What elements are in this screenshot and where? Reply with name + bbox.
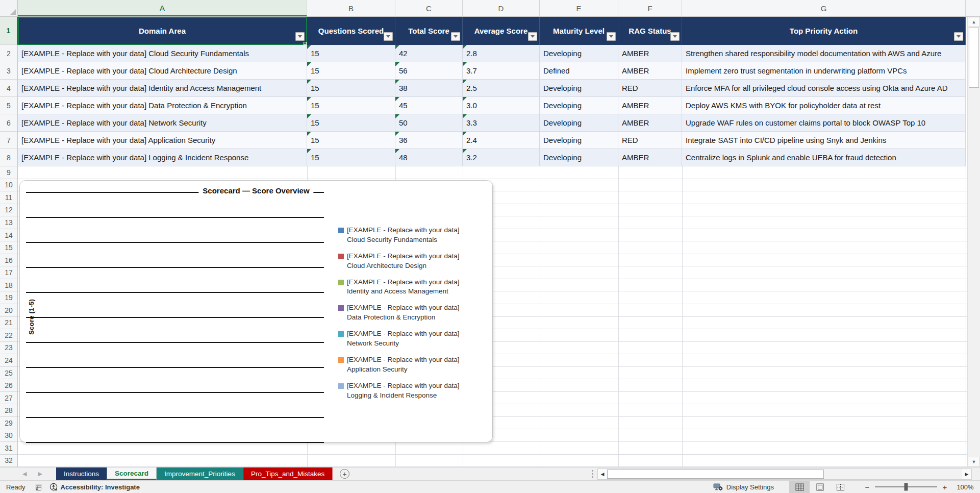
view-page-break-button[interactable]	[830, 481, 850, 493]
cell-rag-status[interactable]: RED	[618, 132, 682, 149]
row-number-8[interactable]: 8	[0, 149, 17, 166]
cell-rag-status[interactable]: RED	[618, 80, 682, 97]
cell-total-score[interactable]: 56	[395, 62, 463, 80]
sheet-tab[interactable]: Scorecard	[107, 467, 157, 480]
row-number-4[interactable]: 4	[0, 80, 17, 97]
row-number-2[interactable]: 2	[0, 45, 17, 62]
filter-button[interactable]	[528, 32, 537, 41]
cell-maturity-level[interactable]: Developing	[540, 45, 618, 62]
cell-maturity-level[interactable]: Developing	[540, 149, 618, 166]
row-number-21[interactable]: 21	[0, 317, 17, 330]
cell-questions-scored[interactable]: 15	[307, 62, 395, 80]
scroll-right-button[interactable]: ▶	[962, 469, 971, 479]
view-normal-button[interactable]	[789, 481, 810, 493]
zoom-out-button[interactable]: −	[862, 483, 873, 491]
cell-questions-scored[interactable]: 15	[307, 149, 395, 166]
horizontal-scroll-thumb[interactable]	[607, 470, 824, 479]
row-number-23[interactable]: 23	[0, 342, 17, 355]
cell-maturity-level[interactable]: Defined	[540, 62, 618, 80]
cell-average-score[interactable]: 2.4	[463, 132, 540, 149]
row-number-15[interactable]: 15	[0, 241, 17, 254]
scroll-down-button[interactable]: ▼	[968, 457, 980, 467]
sheet-tab[interactable]: Pro_Tips_and_Mistakes	[243, 467, 333, 480]
row-number-29[interactable]: 29	[0, 417, 17, 430]
cell-maturity-level[interactable]: Developing	[540, 97, 618, 114]
sheet-tab[interactable]: Improvement_Priorities	[157, 467, 243, 480]
legend-item[interactable]: [EXAMPLE - Replace with your data] Data …	[338, 303, 490, 323]
header-cell-total-score[interactable]: Total Score	[395, 17, 463, 45]
cell-domain-area[interactable]: [EXAMPLE - Replace with your data] Netwo…	[18, 114, 307, 132]
cell-questions-scored[interactable]: 15	[307, 132, 395, 149]
header-cell-questions-scored[interactable]: Questions Scored	[307, 17, 395, 45]
cell-total-score[interactable]: 45	[395, 97, 463, 114]
new-sheet-button[interactable]: +	[340, 469, 349, 479]
header-cell-average-score[interactable]: Average Score	[463, 17, 540, 45]
row-number-18[interactable]: 18	[0, 279, 17, 292]
cell-rag-status[interactable]: AMBER	[618, 97, 682, 114]
display-settings-button[interactable]: Display Settings	[713, 483, 774, 491]
row-number-32[interactable]: 32	[0, 455, 17, 467]
row-number-13[interactable]: 13	[0, 216, 17, 229]
horizontal-scrollbar[interactable]: ◀ ▶	[597, 469, 972, 480]
scrollbar-resize-grip[interactable]	[592, 467, 593, 480]
row-number-9[interactable]: 9	[0, 166, 17, 179]
cell-maturity-level[interactable]: Developing	[540, 80, 618, 97]
header-cell-domain-area[interactable]: Domain Area	[18, 17, 307, 45]
row-number-7[interactable]: 7	[0, 132, 17, 149]
scroll-left-button[interactable]: ◀	[598, 469, 607, 479]
cell-top-priority-action[interactable]: Implement zero trust segmentation in und…	[682, 62, 966, 80]
row-number-28[interactable]: 28	[0, 404, 17, 417]
cell-average-score[interactable]: 2.5	[463, 80, 540, 97]
cell-maturity-level[interactable]: Developing	[540, 132, 618, 149]
view-page-layout-button[interactable]	[810, 481, 830, 493]
cell-rag-status[interactable]: AMBER	[618, 62, 682, 80]
cell-domain-area[interactable]: [EXAMPLE - Replace with your data] Appli…	[18, 132, 307, 149]
empty-row[interactable]	[18, 442, 967, 455]
column-header-b[interactable]: B	[307, 0, 395, 16]
zoom-slider-handle[interactable]	[904, 483, 908, 491]
row-number-22[interactable]: 22	[0, 329, 17, 342]
column-header-e[interactable]: E	[540, 0, 618, 16]
zoom-level-button[interactable]: 100%	[950, 483, 980, 491]
row-number-25[interactable]: 25	[0, 367, 17, 380]
header-cell-maturity-level[interactable]: Maturity Level	[540, 17, 618, 45]
row-number-31[interactable]: 31	[0, 442, 17, 455]
row-number-30[interactable]: 30	[0, 429, 17, 442]
row-number-24[interactable]: 24	[0, 354, 17, 367]
row-number-19[interactable]: 19	[0, 291, 17, 304]
column-header-a[interactable]: A	[18, 0, 307, 16]
embedded-chart[interactable]: Scorecard — Score Overview Score (1-5) […	[19, 180, 493, 442]
row-number-20[interactable]: 20	[0, 304, 17, 317]
row-number-14[interactable]: 14	[0, 229, 17, 242]
row-number-10[interactable]: 10	[0, 179, 17, 192]
legend-item[interactable]: [EXAMPLE - Replace with your data] Netwo…	[338, 329, 490, 349]
cell-total-score[interactable]: 42	[395, 45, 463, 62]
cell-total-score[interactable]: 48	[395, 149, 463, 166]
column-header-c[interactable]: C	[395, 0, 463, 16]
vertical-scroll-thumb[interactable]	[969, 28, 979, 88]
header-cell-rag-status[interactable]: RAG Status	[618, 17, 682, 45]
cell-average-score[interactable]: 3.2	[463, 149, 540, 166]
cell-maturity-level[interactable]: Developing	[540, 114, 618, 132]
cell-average-score[interactable]: 3.0	[463, 97, 540, 114]
cell-average-score[interactable]: 2.8	[463, 45, 540, 62]
column-header-g[interactable]: G	[682, 0, 966, 16]
header-cell-top-priority-action[interactable]: Top Priority Action	[682, 17, 966, 45]
filter-button[interactable]	[295, 32, 305, 41]
row-number-1[interactable]: 1	[0, 17, 18, 45]
cell-questions-scored[interactable]: 15	[307, 45, 395, 62]
cell-domain-area[interactable]: [EXAMPLE - Replace with your data] Cloud…	[18, 62, 307, 80]
cell-questions-scored[interactable]: 15	[307, 80, 395, 97]
cell-top-priority-action[interactable]: Integrate SAST into CI/CD pipeline using…	[682, 132, 966, 149]
sheet-tab[interactable]: Instructions	[56, 467, 107, 480]
horizontal-scroll-track[interactable]	[824, 469, 962, 479]
filter-button[interactable]	[607, 32, 616, 41]
vertical-scroll-track[interactable]	[968, 88, 980, 457]
filter-button[interactable]	[670, 32, 680, 41]
cell-average-score[interactable]: 3.3	[463, 114, 540, 132]
zoom-in-button[interactable]: +	[939, 483, 950, 491]
cell-domain-area[interactable]: [EXAMPLE - Replace with your data] Data …	[18, 97, 307, 114]
filter-button[interactable]	[384, 32, 393, 41]
accessibility-status[interactable]: Accessibility: Investigate	[49, 483, 140, 491]
row-number-12[interactable]: 12	[0, 204, 17, 217]
